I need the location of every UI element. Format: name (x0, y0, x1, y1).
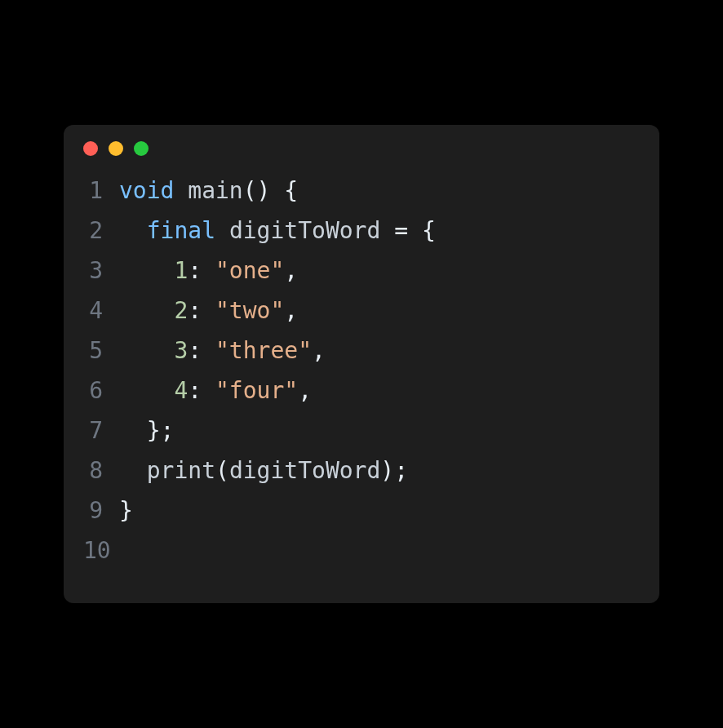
editor-window: 1 void main() { 2 final digitToWord = { … (64, 125, 659, 603)
line-number: 10 (83, 530, 119, 570)
code-line: 4 2: "two", (83, 291, 640, 331)
code-line: 5 3: "three", (83, 331, 640, 371)
line-number: 9 (83, 491, 119, 530)
code-content: 4: "four", (119, 371, 312, 411)
line-number: 5 (83, 331, 119, 371)
code-line: 9 } (83, 491, 640, 530)
code-content: } (119, 491, 133, 530)
code-line: 7 }; (83, 411, 640, 451)
window-titlebar (64, 125, 659, 162)
maximize-icon[interactable] (134, 141, 149, 156)
code-content: 1: "one", (119, 251, 298, 291)
code-line: 3 1: "one", (83, 251, 640, 291)
code-line: 6 4: "four", (83, 371, 640, 411)
line-number: 4 (83, 291, 119, 331)
line-number: 7 (83, 411, 119, 451)
minimize-icon[interactable] (109, 141, 123, 156)
line-number: 2 (83, 211, 119, 251)
code-content: 3: "three", (119, 331, 326, 371)
code-line: 2 final digitToWord = { (83, 211, 640, 251)
line-number: 6 (83, 371, 119, 411)
code-content: final digitToWord = { (119, 211, 436, 251)
code-content: }; (119, 411, 174, 451)
code-line: 1 void main() { (83, 171, 640, 211)
code-content: 2: "two", (119, 291, 298, 331)
line-number: 1 (83, 171, 119, 211)
code-content: void main() { (119, 171, 298, 211)
code-line: 8 print(digitToWord); (83, 451, 640, 491)
code-content: print(digitToWord); (119, 451, 408, 491)
code-editor[interactable]: 1 void main() { 2 final digitToWord = { … (64, 162, 659, 603)
code-line: 10 (83, 530, 640, 570)
close-icon[interactable] (83, 141, 98, 156)
line-number: 3 (83, 251, 119, 291)
line-number: 8 (83, 451, 119, 491)
